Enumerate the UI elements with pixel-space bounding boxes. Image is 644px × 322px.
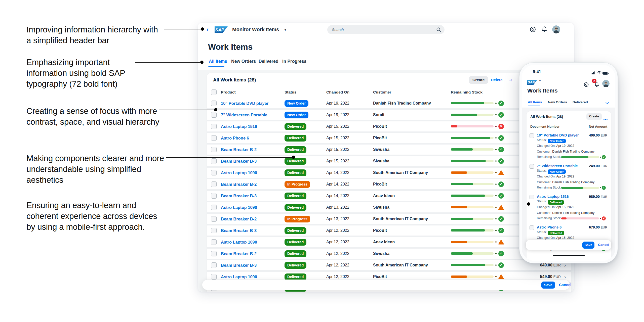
home-indicator[interactable]	[553, 255, 585, 256]
tab-delivered[interactable]: Delivered	[573, 100, 588, 104]
back-chevron-icon[interactable]: ‹	[207, 26, 209, 33]
bell-icon[interactable]	[541, 26, 548, 34]
product-link[interactable]: 7" Widescreen Portable	[221, 110, 267, 120]
tab-in-progress[interactable]: In Progress	[282, 59, 306, 64]
chevron-down-icon[interactable]	[606, 101, 609, 104]
remaining-stock-bar	[451, 229, 494, 232]
table-row[interactable]: Beam Breaker B-3DeliveredApr 12, 2022Pic…	[207, 225, 571, 237]
product-link[interactable]: 7" Widescreen Portable	[537, 164, 578, 168]
tab-delivered[interactable]: Delivered	[259, 59, 278, 64]
check-icon: ✓	[498, 135, 504, 141]
row-checkbox[interactable]	[211, 239, 217, 245]
table-row[interactable]: 7" Widescreen PortableNew OrderApr 19, 2…	[207, 110, 571, 121]
row-checkbox[interactable]	[211, 216, 217, 222]
product-link[interactable]: Astro Laptop 1516	[537, 195, 569, 199]
row-checkbox[interactable]	[211, 147, 217, 152]
tab-new-orders[interactable]: New Orders	[231, 59, 256, 64]
row-checkbox[interactable]	[211, 101, 217, 106]
row-checkbox[interactable]	[530, 164, 534, 169]
product-link[interactable]: Beam Breaker B-2	[221, 145, 257, 155]
changed-on-value: Apr 15, 2022	[326, 145, 349, 155]
table-row[interactable]: Beam Breaker B-2DeliveredApr 15, 2022Siw…	[207, 145, 571, 156]
product-link[interactable]: Astro Phone 6	[221, 133, 249, 143]
avatar[interactable]	[552, 25, 560, 33]
product-link[interactable]: Beam Breaker B-2	[221, 179, 257, 189]
table-row[interactable]: Beam Breaker B-2In ProgressApr 13, 2022S…	[207, 214, 571, 225]
product-link[interactable]: Astro Laptop 1090	[221, 237, 257, 247]
stock-threshold-dot	[495, 276, 497, 277]
save-button[interactable]: Save	[541, 282, 555, 289]
remaining-stock-fill	[451, 102, 484, 104]
tab-all-items[interactable]: All Items	[209, 59, 227, 64]
tab-all-items[interactable]: All Items	[528, 100, 542, 104]
table-row[interactable]: Astro Laptop 1516DeliveredApr 15, 2022Pi…	[207, 121, 571, 133]
row-checkbox[interactable]	[211, 181, 217, 187]
product-link[interactable]: Astro Laptop 1516	[221, 121, 257, 131]
row-checkbox[interactable]	[211, 262, 217, 268]
row-checkbox[interactable]	[211, 158, 217, 164]
page-title: Work Items	[208, 42, 253, 52]
stock-threshold-dot	[495, 253, 497, 254]
product-link[interactable]: Beam Breaker B-2	[221, 214, 257, 224]
table-row[interactable]: Astro Laptop 1090DeliveredApr 14, 2022So…	[207, 168, 571, 179]
select-all-checkbox[interactable]	[211, 89, 217, 95]
save-button[interactable]: Save	[582, 242, 594, 249]
copilot-icon[interactable]	[530, 26, 536, 34]
check-icon: ✓	[498, 193, 504, 199]
status-badge: Delivered	[285, 123, 306, 130]
product-link[interactable]: Astro Phone 6	[537, 225, 561, 229]
tab-new-orders[interactable]: New Orders	[548, 100, 567, 104]
row-checkbox[interactable]	[211, 228, 217, 233]
chevron-down-icon[interactable]: ▾	[539, 79, 541, 82]
list-item[interactable]: Astro Laptop 1516989.00 EURStatus:Delive…	[527, 193, 611, 223]
check-icon: ✓	[498, 158, 504, 164]
changed-on-value: Apr 19, 2022	[326, 110, 349, 120]
table-row[interactable]: Beam Breaker B-3DeliveredApr 12, 2022Sou…	[207, 260, 571, 272]
table-row[interactable]: Astro Phone 6DeliveredApr 15, 2022PicoBi…	[207, 133, 571, 145]
copilot-icon[interactable]	[584, 82, 589, 88]
row-checkbox[interactable]	[211, 112, 217, 118]
row-checkbox[interactable]	[530, 133, 534, 138]
check-icon: ✓	[498, 216, 504, 222]
product-link[interactable]: Beam Breaker B-3	[221, 191, 257, 201]
table-row[interactable]: Beam Breaker B-3DeliveredApr 14, 2022Ana…	[207, 191, 571, 202]
customer-value: PicoBit	[373, 133, 387, 143]
row-checkbox[interactable]	[211, 135, 217, 141]
create-button[interactable]: Create	[469, 76, 488, 84]
product-link[interactable]: Astro Laptop 1090	[221, 168, 257, 178]
app-title[interactable]: Monitor Work Items	[232, 23, 279, 36]
more-icon[interactable]	[603, 116, 608, 121]
footer-bar: Save Cancel	[202, 280, 570, 290]
delete-button[interactable]: Delete	[491, 76, 503, 84]
row-checkbox[interactable]	[211, 124, 217, 129]
row-checkbox[interactable]	[211, 170, 217, 175]
product-link[interactable]: 10" Portable DVD player	[537, 133, 579, 137]
row-checkbox[interactable]	[211, 205, 217, 210]
list-item[interactable]: 10" Portable DVD player499.00 EURStatus:…	[527, 131, 611, 162]
product-link[interactable]: Beam Breaker B-3	[221, 156, 257, 166]
list-item[interactable]: 7" Widescreen Portable249.00 EURStatus:N…	[527, 162, 611, 193]
search-input[interactable]: Search	[327, 25, 445, 34]
product-link[interactable]: 10" Portable DVD player	[221, 98, 268, 108]
avatar[interactable]	[602, 80, 610, 87]
chevron-down-icon[interactable]: ▾	[285, 23, 286, 37]
cancel-button[interactable]: Cancel	[559, 280, 571, 290]
row-checkbox[interactable]	[211, 251, 217, 256]
table-row[interactable]: Beam Breaker B-3DeliveredApr 15, 2022Siw…	[207, 156, 571, 168]
row-checkbox[interactable]	[530, 195, 534, 199]
row-checkbox[interactable]	[530, 225, 534, 230]
product-link[interactable]: Beam Breaker B-3	[221, 225, 257, 236]
product-link[interactable]: Beam Breaker B-2	[221, 249, 257, 259]
create-button[interactable]: Create	[586, 113, 602, 120]
sort-icon[interactable]: ↓↑	[509, 76, 512, 84]
row-checkbox[interactable]	[211, 193, 217, 199]
row-checkbox[interactable]	[211, 274, 217, 280]
table-row[interactable]: Beam Breaker B-2In ProgressApr 14, 2022P…	[207, 179, 571, 191]
product-link[interactable]: Beam Breaker B-3	[221, 260, 257, 270]
search-icon[interactable]	[436, 27, 441, 33]
cancel-button[interactable]: Cancel	[598, 240, 609, 250]
table-row[interactable]: Beam Breaker B-2DeliveredApr 12, 2022Siw…	[207, 249, 571, 260]
table-row[interactable]: 10" Portable DVD playerNew OrderApr 19, …	[207, 98, 571, 110]
table-row[interactable]: Astro Laptop 1090DeliveredApr 12, 2022An…	[207, 237, 571, 249]
remaining-stock-bar	[451, 206, 494, 208]
